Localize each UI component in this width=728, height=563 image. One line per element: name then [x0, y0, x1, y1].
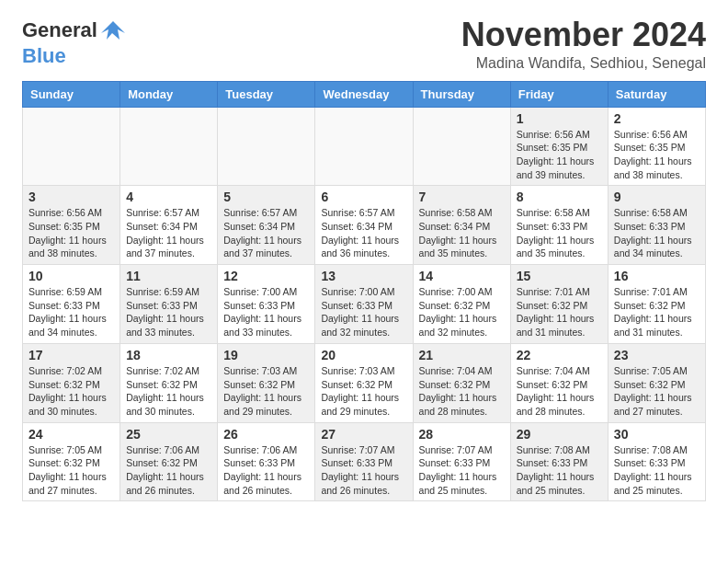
- calendar-day-cell: [315, 107, 413, 186]
- day-number: 21: [419, 348, 505, 362]
- calendar-week-3: 10Sunrise: 6:59 AM Sunset: 6:33 PM Dayli…: [23, 265, 706, 344]
- day-number: 1: [517, 111, 602, 126]
- day-number: 28: [419, 427, 505, 442]
- day-number: 18: [126, 348, 211, 362]
- day-number: 12: [223, 269, 309, 283]
- calendar-day-cell: [120, 107, 218, 186]
- calendar-day-cell: 16Sunrise: 7:01 AM Sunset: 6:32 PM Dayli…: [608, 265, 705, 344]
- calendar-day-cell: 18Sunrise: 7:02 AM Sunset: 6:32 PM Dayli…: [120, 343, 218, 422]
- calendar-day-cell: 8Sunrise: 6:58 AM Sunset: 6:33 PM Daylig…: [510, 186, 608, 265]
- day-info: Sunrise: 6:57 AM Sunset: 6:34 PM Dayligh…: [126, 206, 211, 260]
- day-info: Sunrise: 6:56 AM Sunset: 6:35 PM Dayligh…: [614, 128, 700, 182]
- day-number: 30: [614, 427, 700, 442]
- day-number: 5: [223, 190, 309, 204]
- weekday-header-saturday: Saturday: [608, 81, 705, 107]
- calendar-week-4: 17Sunrise: 7:02 AM Sunset: 6:32 PM Dayli…: [23, 343, 706, 422]
- day-info: Sunrise: 7:03 AM Sunset: 6:32 PM Dayligh…: [321, 364, 406, 419]
- calendar-day-cell: 26Sunrise: 7:06 AM Sunset: 6:33 PM Dayli…: [218, 422, 315, 501]
- day-info: Sunrise: 6:58 AM Sunset: 6:33 PM Dayligh…: [517, 206, 602, 260]
- calendar-day-cell: 6Sunrise: 6:57 AM Sunset: 6:34 PM Daylig…: [315, 186, 413, 265]
- day-number: 29: [517, 427, 602, 442]
- day-info: Sunrise: 6:57 AM Sunset: 6:34 PM Dayligh…: [223, 206, 309, 260]
- calendar-day-cell: 22Sunrise: 7:04 AM Sunset: 6:32 PM Dayli…: [510, 343, 608, 422]
- calendar-week-1: 1Sunrise: 6:56 AM Sunset: 6:35 PM Daylig…: [23, 107, 706, 186]
- calendar-header: SundayMondayTuesdayWednesdayThursdayFrid…: [23, 81, 706, 107]
- calendar-day-cell: 24Sunrise: 7:05 AM Sunset: 6:32 PM Dayli…: [23, 422, 120, 501]
- day-number: 10: [28, 269, 114, 283]
- day-info: Sunrise: 7:02 AM Sunset: 6:32 PM Dayligh…: [28, 364, 114, 419]
- day-info: Sunrise: 7:00 AM Sunset: 6:32 PM Dayligh…: [419, 285, 505, 339]
- day-info: Sunrise: 6:58 AM Sunset: 6:34 PM Dayligh…: [419, 206, 505, 260]
- day-number: 27: [321, 427, 406, 442]
- title-area: November 2024 Madina Wandifa, Sedhiou, S…: [461, 17, 706, 72]
- calendar-day-cell: 9Sunrise: 6:58 AM Sunset: 6:33 PM Daylig…: [608, 186, 705, 265]
- calendar-day-cell: 19Sunrise: 7:03 AM Sunset: 6:32 PM Dayli…: [218, 343, 315, 422]
- day-info: Sunrise: 7:00 AM Sunset: 6:33 PM Dayligh…: [321, 285, 406, 339]
- day-info: Sunrise: 7:00 AM Sunset: 6:33 PM Dayligh…: [223, 285, 309, 339]
- day-number: 8: [517, 190, 602, 204]
- logo-bird-icon: [99, 17, 127, 44]
- day-info: Sunrise: 7:08 AM Sunset: 6:33 PM Dayligh…: [517, 443, 602, 498]
- month-title: November 2024: [461, 17, 706, 53]
- day-number: 24: [28, 427, 114, 442]
- day-number: 22: [517, 348, 602, 362]
- weekday-header-row: SundayMondayTuesdayWednesdayThursdayFrid…: [23, 81, 706, 107]
- day-number: 14: [419, 269, 505, 283]
- day-number: 16: [614, 269, 700, 283]
- day-info: Sunrise: 7:07 AM Sunset: 6:33 PM Dayligh…: [321, 443, 406, 498]
- day-number: 19: [223, 348, 309, 362]
- weekday-header-sunday: Sunday: [23, 81, 120, 107]
- day-info: Sunrise: 6:57 AM Sunset: 6:34 PM Dayligh…: [321, 206, 406, 260]
- day-number: 15: [517, 269, 602, 283]
- page-header: General Blue November 2024 Madina Wandif…: [0, 0, 728, 81]
- day-info: Sunrise: 6:59 AM Sunset: 6:33 PM Dayligh…: [28, 285, 114, 339]
- logo-blue-text: Blue: [22, 44, 66, 67]
- calendar-day-cell: [413, 107, 510, 186]
- calendar-day-cell: 3Sunrise: 6:56 AM Sunset: 6:35 PM Daylig…: [23, 186, 120, 265]
- day-info: Sunrise: 7:01 AM Sunset: 6:32 PM Dayligh…: [614, 285, 700, 339]
- calendar-container: SundayMondayTuesdayWednesdayThursdayFrid…: [0, 81, 728, 513]
- weekday-header-thursday: Thursday: [413, 81, 510, 107]
- weekday-header-tuesday: Tuesday: [218, 81, 315, 107]
- calendar-day-cell: 30Sunrise: 7:08 AM Sunset: 6:33 PM Dayli…: [608, 422, 705, 501]
- day-number: 11: [126, 269, 211, 283]
- calendar-day-cell: [23, 107, 120, 186]
- day-info: Sunrise: 7:06 AM Sunset: 6:33 PM Dayligh…: [223, 443, 309, 498]
- calendar-day-cell: 7Sunrise: 6:58 AM Sunset: 6:34 PM Daylig…: [413, 186, 510, 265]
- calendar-day-cell: 17Sunrise: 7:02 AM Sunset: 6:32 PM Dayli…: [23, 343, 120, 422]
- day-number: 9: [614, 190, 700, 204]
- day-number: 3: [28, 190, 114, 204]
- day-number: 7: [419, 190, 505, 204]
- location: Madina Wandifa, Sedhiou, Senegal: [461, 55, 706, 72]
- day-info: Sunrise: 7:07 AM Sunset: 6:33 PM Dayligh…: [419, 443, 505, 498]
- day-number: 23: [614, 348, 700, 362]
- day-number: 2: [614, 111, 700, 126]
- day-info: Sunrise: 7:01 AM Sunset: 6:32 PM Dayligh…: [517, 285, 602, 339]
- day-info: Sunrise: 7:05 AM Sunset: 6:32 PM Dayligh…: [614, 364, 700, 419]
- calendar-body: 1Sunrise: 6:56 AM Sunset: 6:35 PM Daylig…: [23, 107, 706, 501]
- calendar-day-cell: [218, 107, 315, 186]
- day-number: 13: [321, 269, 406, 283]
- day-info: Sunrise: 7:02 AM Sunset: 6:32 PM Dayligh…: [126, 364, 211, 419]
- day-number: 17: [28, 348, 114, 362]
- day-info: Sunrise: 7:04 AM Sunset: 6:32 PM Dayligh…: [517, 364, 602, 419]
- day-info: Sunrise: 6:56 AM Sunset: 6:35 PM Dayligh…: [28, 206, 114, 260]
- day-info: Sunrise: 6:56 AM Sunset: 6:35 PM Dayligh…: [517, 128, 602, 182]
- day-number: 26: [223, 427, 309, 442]
- day-info: Sunrise: 7:08 AM Sunset: 6:33 PM Dayligh…: [614, 443, 700, 498]
- calendar-day-cell: 20Sunrise: 7:03 AM Sunset: 6:32 PM Dayli…: [315, 343, 413, 422]
- calendar-day-cell: 4Sunrise: 6:57 AM Sunset: 6:34 PM Daylig…: [120, 186, 218, 265]
- calendar-day-cell: 25Sunrise: 7:06 AM Sunset: 6:32 PM Dayli…: [120, 422, 218, 501]
- calendar-day-cell: 23Sunrise: 7:05 AM Sunset: 6:32 PM Dayli…: [608, 343, 705, 422]
- calendar-day-cell: 29Sunrise: 7:08 AM Sunset: 6:33 PM Dayli…: [510, 422, 608, 501]
- day-info: Sunrise: 6:58 AM Sunset: 6:33 PM Dayligh…: [614, 206, 700, 260]
- calendar-day-cell: 15Sunrise: 7:01 AM Sunset: 6:32 PM Dayli…: [510, 265, 608, 344]
- day-info: Sunrise: 7:06 AM Sunset: 6:32 PM Dayligh…: [126, 443, 211, 498]
- calendar-day-cell: 27Sunrise: 7:07 AM Sunset: 6:33 PM Dayli…: [315, 422, 413, 501]
- calendar-table: SundayMondayTuesdayWednesdayThursdayFrid…: [22, 81, 706, 502]
- calendar-day-cell: 14Sunrise: 7:00 AM Sunset: 6:32 PM Dayli…: [413, 265, 510, 344]
- calendar-day-cell: 2Sunrise: 6:56 AM Sunset: 6:35 PM Daylig…: [608, 107, 705, 186]
- day-info: Sunrise: 7:04 AM Sunset: 6:32 PM Dayligh…: [419, 364, 505, 419]
- day-number: 20: [321, 348, 406, 362]
- calendar-day-cell: 12Sunrise: 7:00 AM Sunset: 6:33 PM Dayli…: [218, 265, 315, 344]
